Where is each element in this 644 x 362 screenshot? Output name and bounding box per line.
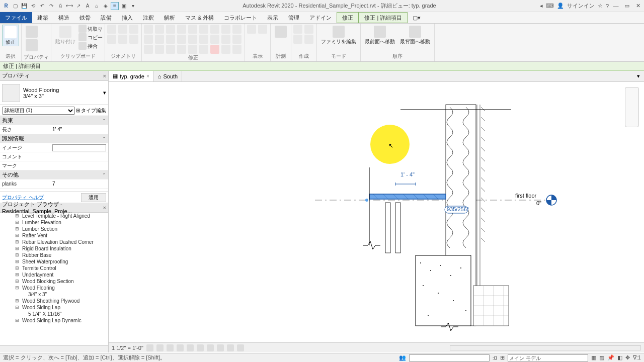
insert-tab[interactable]: 挿入	[117, 12, 138, 23]
design-options-combo[interactable]: メイン モデル	[508, 354, 588, 361]
move-icon[interactable]	[144, 45, 153, 54]
prop-image-input[interactable]	[52, 144, 106, 151]
hide-icon[interactable]	[207, 344, 214, 351]
collaborate-tab[interactable]: コラボレート	[219, 12, 262, 23]
type-selector[interactable]: Wood Flooring 3/4" x 3" ▾	[0, 81, 108, 105]
create-tool-icon[interactable]	[293, 25, 302, 34]
modify-tool-icon[interactable]	[210, 35, 219, 44]
drawing-canvas[interactable]: ↖ first floor 0"	[109, 82, 644, 342]
create-tool-icon[interactable]	[304, 25, 313, 34]
keyboard-icon[interactable]: ⌨	[546, 3, 554, 9]
modify-tool-icon[interactable]	[177, 25, 186, 34]
modify-tool-icon[interactable]	[199, 45, 208, 54]
prop-planks-value[interactable]: 7	[52, 181, 106, 187]
modify-tool-icon[interactable]	[210, 25, 219, 34]
modify-tool-icon[interactable]	[177, 45, 186, 54]
prop-cat-constraints[interactable]: 拘束⌃	[0, 116, 108, 125]
view-hscroll[interactable]	[450, 345, 641, 350]
properties-close-icon[interactable]: ×	[103, 73, 106, 79]
shadows-icon[interactable]	[177, 344, 184, 351]
modify-tool-icon[interactable]	[199, 25, 208, 34]
addins-tab[interactable]: アドイン	[304, 12, 337, 23]
modify-tool-icon[interactable]	[188, 25, 197, 34]
tree-item[interactable]: Underlayment	[0, 272, 108, 278]
properties-button[interactable]	[24, 25, 40, 53]
modify-tool-icon[interactable]	[199, 35, 208, 44]
workset-combo[interactable]	[409, 354, 490, 361]
measure-button[interactable]	[273, 25, 289, 40]
architecture-tab[interactable]: 建築	[32, 12, 53, 23]
bring-front-button[interactable]: 最前面へ移動	[363, 25, 397, 45]
modify-tool-icon[interactable]	[221, 25, 230, 34]
mep-tab[interactable]: 設備	[96, 12, 117, 23]
browser-hscroll[interactable]	[0, 345, 108, 352]
sun-path-icon[interactable]	[167, 344, 174, 351]
open-icon[interactable]: ▢	[11, 2, 19, 10]
reveal-icon[interactable]	[217, 344, 224, 351]
select-underlay-icon[interactable]: ▨	[599, 354, 604, 361]
scale-icon[interactable]	[166, 45, 175, 54]
user-icon[interactable]: 👤	[557, 3, 564, 9]
dim-icon[interactable]: ↗	[74, 2, 83, 10]
modify-tool-icon[interactable]	[221, 35, 230, 44]
copy-button[interactable]: コピー	[88, 35, 103, 40]
close-button[interactable]: ✕	[634, 2, 642, 10]
tree-item-child[interactable]: 5 1/4" X 11/16"	[0, 311, 108, 317]
match-icon[interactable]	[78, 42, 87, 50]
modify-tool-icon[interactable]	[221, 45, 230, 54]
info-center-icon[interactable]: ◂	[540, 3, 543, 9]
geom-tool-icon[interactable]	[107, 35, 116, 44]
select-pinned-icon[interactable]: 📌	[607, 354, 614, 361]
switch-win-icon[interactable]: ▾	[129, 2, 137, 10]
rotate-icon[interactable]	[155, 45, 164, 54]
worksets-icon[interactable]: 👥	[399, 354, 406, 361]
modify-tool-icon[interactable]	[232, 25, 242, 34]
help-icon[interactable]: ?	[606, 3, 609, 9]
geom-tool-icon[interactable]	[129, 35, 138, 44]
view-tab-typgrade[interactable]: ▦typ. grade×	[109, 71, 154, 81]
undo-icon[interactable]: ↶	[38, 2, 46, 10]
visual-style-icon[interactable]	[156, 344, 164, 351]
redo-icon[interactable]: ↷	[47, 2, 55, 10]
tree-item[interactable]: Lumber Section	[0, 226, 108, 232]
print-icon[interactable]: ⎙	[56, 2, 64, 10]
modify-tool-icon[interactable]	[155, 35, 164, 44]
modify-tool-icon[interactable]	[144, 35, 153, 44]
type-dropdown-icon[interactable]: ▾	[103, 89, 106, 96]
cut-icon[interactable]	[78, 25, 87, 33]
tree-item[interactable]: Rubber Base	[0, 252, 108, 258]
section-icon[interactable]: ◈	[102, 2, 110, 10]
measure-icon[interactable]: ⟷	[65, 2, 73, 10]
modify-tool-icon[interactable]	[144, 25, 153, 34]
prop-cat-other[interactable]: その他⌃	[0, 170, 108, 179]
edit-type-button[interactable]: タイプ編集	[81, 107, 106, 114]
project-browser[interactable]: Level Template - Right AlignedLumber Ele…	[0, 213, 108, 345]
tree-item-child[interactable]: 3/4" x 3"	[0, 291, 108, 298]
tree-item[interactable]: Termite Control	[0, 265, 108, 272]
view-tool-icon[interactable]	[258, 25, 267, 34]
structure-tab[interactable]: 構造	[53, 12, 74, 23]
crop-icon[interactable]	[187, 344, 194, 351]
select-face-icon[interactable]: ◧	[617, 354, 622, 361]
properties-help-link[interactable]: プロパティ ヘルプ	[2, 194, 44, 201]
modify-tool-icon[interactable]	[155, 25, 164, 34]
modify-tool-icon[interactable]	[188, 45, 197, 54]
tree-item[interactable]: Wood Sheathing Plywood	[0, 298, 108, 304]
modify-tool-icon[interactable]	[188, 35, 197, 44]
cut-button[interactable]: 切取り	[88, 26, 103, 32]
modify-tab[interactable]: 修正	[337, 12, 359, 23]
view-tab-south[interactable]: ⌂South	[154, 71, 182, 81]
save-icon[interactable]: 💾	[20, 2, 28, 10]
create-tool-icon[interactable]	[293, 35, 302, 44]
modify-tool-icon[interactable]	[232, 35, 242, 44]
modify-tool-icon[interactable]	[166, 35, 175, 44]
sync-icon[interactable]: ⟲	[29, 2, 37, 10]
delete-icon[interactable]	[210, 45, 219, 54]
analyze-tab[interactable]: 解析	[159, 12, 180, 23]
annotate-tab[interactable]: 注釈	[138, 12, 159, 23]
signin-link[interactable]: サインイン	[567, 2, 595, 10]
detail-level-icon[interactable]	[146, 344, 153, 351]
tree-item[interactable]: Lumber Elevation	[0, 219, 108, 226]
steel-tab[interactable]: 鉄骨	[74, 12, 96, 23]
modify-detail-tab[interactable]: 修正 | 詳細項目	[359, 12, 408, 23]
